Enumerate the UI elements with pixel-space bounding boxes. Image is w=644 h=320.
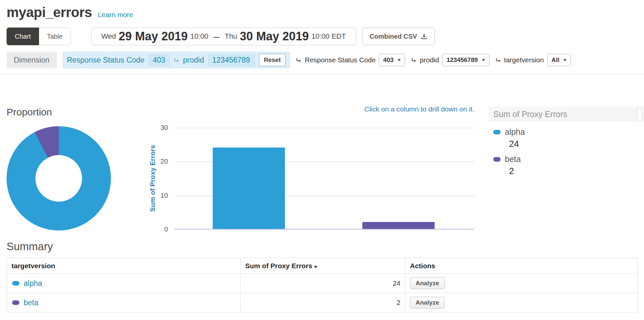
y-tick: 30 [145, 124, 168, 131]
summary-heading: Summary [7, 240, 644, 253]
column-header-dimension: targetversion [7, 258, 241, 274]
reset-button[interactable]: Reset [259, 54, 286, 66]
donut-chart [7, 126, 111, 230]
legend-swatch [493, 130, 501, 134]
filter-value-chip[interactable]: 123456789 [208, 54, 254, 66]
combined-csv-label: Combined CSV [370, 33, 417, 40]
table-tab[interactable]: Table [39, 28, 71, 45]
scrollbar-thumb[interactable] [637, 108, 642, 121]
drilldown-label: prodid [420, 56, 439, 64]
legend-title: Sum of Proxy Errors [493, 110, 567, 119]
download-icon [421, 33, 427, 40]
analyze-button[interactable]: Analyze [410, 297, 445, 309]
legend-item: alpha [493, 127, 644, 137]
row-swatch [12, 281, 19, 286]
table-row: alpha 24 Analyze [7, 274, 638, 293]
chevron-down-icon [397, 59, 401, 61]
legend-value: 2 [509, 166, 644, 176]
drilldown-group: targetversion All [495, 54, 571, 66]
date-separator: – [214, 30, 220, 43]
summary-table: targetversion Sum of Proxy Errors Action… [7, 258, 638, 312]
header: myapi_errors Learn more [0, 0, 644, 20]
chevron-down-icon [563, 59, 567, 61]
drilldown-label: Response Status Code [305, 56, 376, 64]
row-swatch [12, 300, 19, 305]
drilldown-select[interactable]: 123456789 [442, 54, 489, 66]
date-end-date: 30 May 2019 [240, 30, 309, 43]
legend-swatch [493, 157, 501, 162]
drilldown-select[interactable]: 403 [379, 54, 405, 66]
drilldown-select[interactable]: All [547, 54, 571, 66]
bar-chart-plot [175, 128, 474, 230]
legend-item: beta [493, 154, 644, 164]
view-toggle: Chart Table [7, 28, 71, 45]
drilldown-value: All [551, 56, 559, 64]
x-axis-baseline [175, 229, 474, 230]
legend-value: 24 [509, 139, 644, 149]
table-row: beta 2 Analyze [7, 293, 638, 312]
donut-hole [35, 155, 82, 202]
date-start-day: Wed [101, 32, 116, 41]
drilldown-group: prodid 123456789 [411, 54, 489, 66]
legend-items: alpha 24 beta 2 [493, 127, 644, 176]
chart-tab[interactable]: Chart [7, 28, 39, 45]
column-header-actions: Actions [405, 258, 638, 274]
combined-csv-button[interactable]: Combined CSV [362, 28, 435, 45]
sort-desc-icon [314, 266, 317, 268]
analyze-button[interactable]: Analyze [410, 277, 445, 289]
gridline [175, 128, 474, 128]
level-down-icon [495, 58, 501, 63]
y-tick: 10 [145, 191, 168, 199]
dimension-link[interactable]: beta [24, 298, 38, 307]
legend-label: alpha [505, 127, 525, 137]
legend-label: beta [505, 154, 521, 164]
filter-value-chip[interactable]: 403 [148, 54, 169, 66]
drilldown-value: 123456789 [446, 56, 478, 64]
date-start-time: 10:00 [190, 32, 208, 41]
y-tick: 0 [145, 225, 168, 233]
toolbar: Chart Table Wed 29 May 2019 10:00 – Thu … [7, 28, 644, 45]
drilldown-label: targetversion [504, 56, 544, 64]
drilldown-group: Response Status Code 403 [296, 54, 405, 66]
date-end-time: 10:00 EDT [311, 32, 346, 41]
level-down-icon [296, 58, 301, 63]
dimension-link[interactable]: alpha [24, 279, 42, 288]
level-down-icon [174, 58, 179, 63]
date-range-picker[interactable]: Wed 29 May 2019 10:00 – Thu 30 May 2019 … [91, 28, 356, 45]
column-header-metric[interactable]: Sum of Proxy Errors [241, 258, 405, 274]
legend-panel: Sum of Proxy Errors alpha 24 beta 2 [489, 107, 644, 182]
chart-bar[interactable] [362, 222, 435, 229]
table-header-row: targetversion Sum of Proxy Errors Action… [7, 258, 638, 274]
chevron-down-icon [482, 59, 485, 61]
level-down-icon [411, 58, 417, 63]
legend-title-bar: Sum of Proxy Errors [489, 107, 644, 122]
proportion-label: Proportion [7, 107, 52, 118]
filter-name: Response Status Code [67, 56, 145, 65]
dimension-bar: Dimension Response Status Code 403 prodi… [7, 52, 637, 68]
y-axis-label: Sum of Proxy Errors [149, 126, 157, 231]
report-page: myapi_errors Learn more Chart Table Wed … [0, 0, 644, 320]
y-tick: 20 [145, 157, 168, 165]
metric-value: 24 [241, 274, 405, 293]
report-title: myapi_errors [7, 5, 92, 20]
filter-breadcrumb: Response Status Code 403 prodid 12345678… [63, 52, 290, 68]
drilldown-value: 403 [383, 56, 394, 64]
drilldown-hint: Click on a column to drill down on it. [364, 105, 474, 113]
date-end-day: Thu [225, 32, 237, 41]
dimension-label: Dimension [7, 52, 57, 68]
metric-header-label: Sum of Proxy Errors [245, 262, 312, 270]
metric-value: 2 [241, 293, 405, 312]
date-start-date: 29 May 2019 [119, 30, 188, 43]
filter-name: prodid [183, 56, 204, 65]
chart-bar[interactable] [213, 148, 285, 229]
learn-more-link[interactable]: Learn more [98, 11, 133, 19]
chart-area: Proportion Click on a column to drill do… [0, 74, 644, 240]
